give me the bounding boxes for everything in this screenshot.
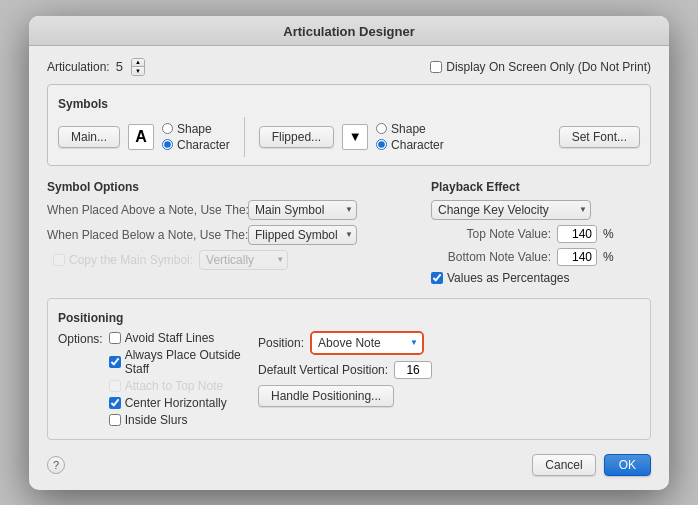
top-note-label: Top Note Value: <box>431 227 551 241</box>
symbols-section-title: Symbols <box>58 97 640 111</box>
flipped-symbol-icon: ▼ <box>342 124 368 150</box>
top-percent: % <box>603 227 614 241</box>
below-note-row: When Placed Below a Note, Use The: Main … <box>47 225 419 245</box>
avoid-staff-checkbox[interactable] <box>109 332 121 344</box>
main-symbol-radio-group: Shape Character <box>162 122 230 152</box>
flipped-character-radio-label[interactable]: Character <box>376 138 444 152</box>
attach-top-label[interactable]: Attach to Top Note <box>109 379 258 393</box>
dialog-buttons: Cancel OK <box>532 454 651 476</box>
always-outside-text: Always Place Outside Staff <box>125 348 258 376</box>
position-row: Position: Above Note Below Note Stem Sid… <box>258 331 640 355</box>
main-shape-radio-label[interactable]: Shape <box>162 122 230 136</box>
top-note-row: Top Note Value: % <box>431 225 651 243</box>
always-outside-checkbox[interactable] <box>109 356 121 368</box>
values-percentage-label: Values as Percentages <box>447 271 570 285</box>
playback-effect-title: Playback Effect <box>431 180 651 194</box>
position-label: Position: <box>258 336 304 350</box>
above-note-row: When Placed Above a Note, Use The: Main … <box>47 200 419 220</box>
above-note-select[interactable]: Main Symbol Flipped Symbol None <box>248 200 357 220</box>
bottom-percent: % <box>603 250 614 264</box>
stepper-down-icon[interactable]: ▼ <box>132 67 144 75</box>
flipped-shape-radio[interactable] <box>376 123 387 134</box>
main-symbol-icon: A <box>128 124 154 150</box>
values-percentage-row: Values as Percentages <box>431 271 651 285</box>
default-vert-row: Default Vertical Position: <box>258 361 640 379</box>
handle-btn-row: Handle Positioning... <box>258 385 640 407</box>
handle-positioning-button[interactable]: Handle Positioning... <box>258 385 394 407</box>
inside-slurs-label[interactable]: Inside Slurs <box>109 413 258 427</box>
symbol-options-title: Symbol Options <box>47 180 419 194</box>
copy-main-select-wrap[interactable]: Vertically Horizontally Both <box>199 250 288 270</box>
avoid-staff-label[interactable]: Avoid Staff Lines <box>109 331 258 345</box>
attach-top-text: Attach to Top Note <box>125 379 224 393</box>
divider <box>244 117 245 157</box>
display-onscreen-label: Display On Screen Only (Do Not Print) <box>446 60 651 74</box>
default-vert-input[interactable] <box>394 361 432 379</box>
inside-slurs-checkbox[interactable] <box>109 414 121 426</box>
inside-slurs-text: Inside Slurs <box>125 413 188 427</box>
copy-main-row: Copy the Main Symbol: Vertically Horizon… <box>47 250 419 270</box>
flipped-symbol-radio-group: Shape Character <box>376 122 444 152</box>
positioning-options: Options: Avoid Staff Lines <box>58 331 258 431</box>
playback-effect-section: Playback Effect Change Key Velocity None… <box>431 174 651 290</box>
bottom-note-input[interactable] <box>557 248 597 266</box>
articulation-designer-dialog: Articulation Designer Articulation: 5 ▲ … <box>29 16 669 490</box>
stepper-up-icon[interactable]: ▲ <box>132 59 144 67</box>
help-button[interactable]: ? <box>47 456 65 474</box>
below-note-select-wrap[interactable]: Main Symbol Flipped Symbol None <box>248 225 357 245</box>
attach-top-checkbox[interactable] <box>109 380 121 392</box>
copy-main-label: Copy the Main Symbol: <box>69 253 193 267</box>
bottom-bar: ? Cancel OK <box>47 450 651 476</box>
set-font-button[interactable]: Set Font... <box>559 126 640 148</box>
positioning-section: Positioning Options: Avoid Staff Lines <box>47 298 651 440</box>
center-horiz-checkbox[interactable] <box>109 397 121 409</box>
main-character-radio-label[interactable]: Character <box>162 138 230 152</box>
copy-main-checkbox-label[interactable]: Copy the Main Symbol: <box>53 253 193 267</box>
main-character-radio[interactable] <box>162 139 173 150</box>
flipped-button[interactable]: Flipped... <box>259 126 334 148</box>
display-onscreen-checkbox[interactable]: Display On Screen Only (Do Not Print) <box>430 60 651 74</box>
center-horiz-text: Center Horizontally <box>125 396 227 410</box>
cancel-button[interactable]: Cancel <box>532 454 595 476</box>
flipped-character-radio[interactable] <box>376 139 387 150</box>
ok-button[interactable]: OK <box>604 454 651 476</box>
main-shape-radio[interactable] <box>162 123 173 134</box>
flipped-character-label: Character <box>391 138 444 152</box>
center-horiz-label[interactable]: Center Horizontally <box>109 396 258 410</box>
dialog-titlebar: Articulation Designer <box>29 16 669 46</box>
position-select[interactable]: Above Note Below Note Stem Side Note Sid… <box>312 333 422 353</box>
above-note-select-wrap[interactable]: Main Symbol Flipped Symbol None <box>248 200 357 220</box>
display-onscreen-input[interactable] <box>430 61 442 73</box>
main-character-label: Character <box>177 138 230 152</box>
flipped-shape-radio-label[interactable]: Shape <box>376 122 444 136</box>
options-label: Options: <box>58 332 103 346</box>
below-note-label: When Placed Below a Note, Use The: <box>47 228 242 242</box>
main-button[interactable]: Main... <box>58 126 120 148</box>
articulation-label: Articulation: <box>47 60 110 74</box>
dialog-title: Articulation Designer <box>283 24 414 39</box>
always-outside-label[interactable]: Always Place Outside Staff <box>109 348 258 376</box>
main-shape-label: Shape <box>177 122 212 136</box>
values-percentage-checkbox[interactable] <box>431 272 443 284</box>
top-note-input[interactable] <box>557 225 597 243</box>
values-percentage-checkbox-label[interactable]: Values as Percentages <box>431 271 570 285</box>
bottom-note-row: Bottom Note Value: % <box>431 248 651 266</box>
symbol-options-section: Symbol Options When Placed Above a Note,… <box>47 174 419 290</box>
copy-main-checkbox[interactable] <box>53 254 65 266</box>
articulation-value: 5 <box>116 59 123 74</box>
symbols-section: Symbols Main... A Shape Character <box>47 84 651 166</box>
articulation-stepper[interactable]: ▲ ▼ <box>131 58 145 76</box>
effect-select-wrap[interactable]: Change Key Velocity None MIDI Controller… <box>431 200 591 220</box>
avoid-staff-text: Avoid Staff Lines <box>125 331 215 345</box>
effect-select[interactable]: Change Key Velocity None MIDI Controller… <box>431 200 591 220</box>
flipped-shape-label: Shape <box>391 122 426 136</box>
bottom-note-label: Bottom Note Value: <box>431 250 551 264</box>
default-vert-label: Default Vertical Position: <box>258 363 388 377</box>
positioning-right: Position: Above Note Below Note Stem Sid… <box>258 331 640 431</box>
above-note-label: When Placed Above a Note, Use The: <box>47 203 242 217</box>
positioning-title: Positioning <box>58 311 640 325</box>
copy-main-select[interactable]: Vertically Horizontally Both <box>199 250 288 270</box>
position-select-wrap[interactable]: Above Note Below Note Stem Side Note Sid… <box>310 331 424 355</box>
below-note-select[interactable]: Main Symbol Flipped Symbol None <box>248 225 357 245</box>
effect-select-row: Change Key Velocity None MIDI Controller… <box>431 200 651 220</box>
